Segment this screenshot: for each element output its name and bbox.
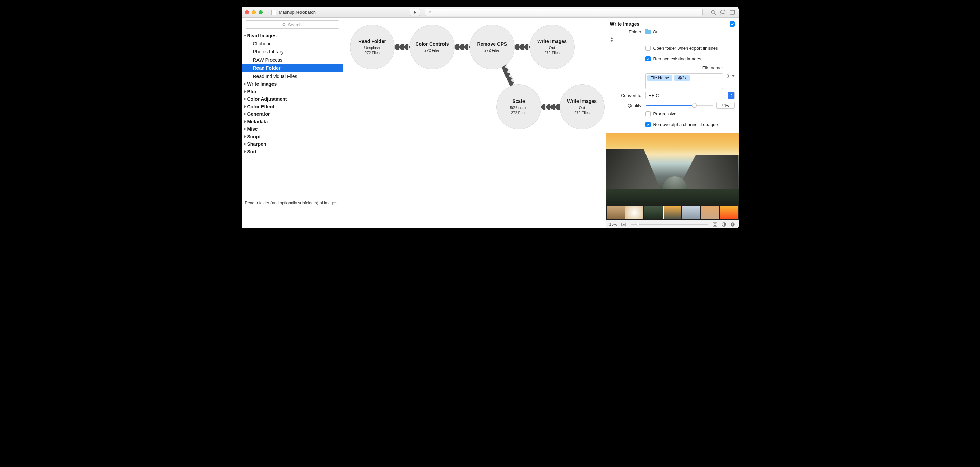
remove-alpha-label: Remove alpha channel if opaque <box>653 122 718 127</box>
quality-label: Quality: <box>627 103 643 108</box>
node-count: 272 Files <box>511 110 526 116</box>
svg-point-9 <box>728 75 729 77</box>
window-controls <box>245 10 262 14</box>
disclosure-triangle-icon <box>244 90 246 93</box>
node-title: Remove GPS <box>477 41 507 47</box>
node-title: Write Images <box>567 98 597 104</box>
quality-value-field[interactable] <box>716 102 735 109</box>
node-write-images-2[interactable]: Write Images Out 272 Files <box>560 84 605 129</box>
group-script[interactable]: Script <box>242 133 343 140</box>
folder-stepper[interactable] <box>610 37 614 43</box>
group-misc[interactable]: Misc <box>242 125 343 133</box>
zoom-percent: 15% <box>609 222 617 227</box>
preview-image[interactable] <box>606 133 739 205</box>
folder-value: Out <box>653 29 660 34</box>
library-item-clipboard[interactable]: Clipboard <box>242 40 343 48</box>
library-item-photos-library[interactable]: Photos Library <box>242 48 343 56</box>
node-count: 272 Files <box>425 48 440 53</box>
zoom-fit-icon[interactable] <box>621 222 627 227</box>
group-label: Write Images <box>247 81 277 87</box>
group-label: Metadata <box>247 119 268 124</box>
inspector-toggle-icon[interactable] <box>729 9 735 15</box>
node-write-images-1[interactable]: Write Images Out 272 Files <box>530 24 575 70</box>
minimize-window-button[interactable] <box>252 10 256 14</box>
node-title: Write Images <box>537 38 567 44</box>
connection[interactable] <box>514 44 530 50</box>
thumbnail[interactable] <box>625 206 643 219</box>
search-input[interactable]: Search <box>245 21 339 29</box>
group-blur[interactable]: Blur <box>242 88 343 95</box>
replace-existing-checkbox[interactable] <box>646 56 651 61</box>
folder-label: Folder: <box>629 29 643 34</box>
thumbnail[interactable] <box>644 206 662 219</box>
connection[interactable] <box>394 44 410 50</box>
progressive-label: Progressive <box>653 111 677 116</box>
node-read-folder[interactable]: Read Folder Unsplash 272 Files <box>350 24 395 70</box>
play-icon <box>413 11 417 14</box>
filename-token[interactable]: File Name <box>647 75 673 81</box>
disclosure-triangle-icon <box>244 150 246 153</box>
library-item-read-folder[interactable]: Read Folder <box>242 64 343 72</box>
zoom-window-button[interactable] <box>259 10 262 14</box>
run-button[interactable] <box>410 8 420 16</box>
group-color-effect[interactable]: Color Effect <box>242 103 343 110</box>
filename-token-menu[interactable] <box>726 73 735 79</box>
quicklook-icon[interactable] <box>710 9 716 15</box>
svg-rect-20 <box>732 223 733 224</box>
folder-popup[interactable]: Out <box>646 29 660 34</box>
path-bar[interactable] <box>425 8 703 16</box>
group-sharpen[interactable]: Sharpen <box>242 140 343 148</box>
close-window-button[interactable] <box>245 10 249 14</box>
group-metadata[interactable]: Metadata <box>242 118 343 125</box>
node-count: 272 Files <box>364 51 380 56</box>
disclosure-triangle-icon <box>244 98 246 100</box>
filename-token-field[interactable]: File Name @2x <box>646 73 723 89</box>
info-icon[interactable] <box>730 222 735 227</box>
chat-icon[interactable] <box>720 9 726 15</box>
filename-label: File name: <box>702 64 723 70</box>
group-write-images[interactable]: Write Images <box>242 80 343 88</box>
node-enabled-checkbox[interactable] <box>730 21 735 27</box>
open-folder-checkbox[interactable] <box>646 46 651 51</box>
search-icon <box>282 22 286 27</box>
library-item-description: Read a folder (and optionally subfolders… <box>242 198 343 228</box>
disclosure-triangle-icon <box>244 128 246 130</box>
inspector-panel: Write Images Folder: Out <box>606 18 739 228</box>
connection[interactable] <box>454 44 471 50</box>
node-remove-gps[interactable]: Remove GPS 272 Files <box>470 24 515 70</box>
thumbnail[interactable] <box>720 206 738 219</box>
thumbnail-strip[interactable] <box>606 205 739 220</box>
thumbnail[interactable] <box>663 206 681 219</box>
remove-alpha-checkbox[interactable] <box>646 122 651 127</box>
quality-slider[interactable] <box>646 105 713 106</box>
thumbnail[interactable] <box>701 206 719 219</box>
group-generator[interactable]: Generator <box>242 110 343 118</box>
node-library[interactable]: Read Images Clipboard Photos Library RAW… <box>242 31 343 198</box>
thumbnail[interactable] <box>607 206 625 219</box>
group-label: Color Adjustment <box>247 96 287 102</box>
svg-line-2 <box>714 13 716 15</box>
convert-format-select[interactable]: HEIC <box>646 92 735 99</box>
progressive-checkbox[interactable] <box>646 111 651 116</box>
filename-token[interactable]: @2x <box>675 75 690 81</box>
connection[interactable] <box>541 104 560 110</box>
disclosure-triangle-icon <box>244 135 246 138</box>
disclosure-triangle-icon <box>244 143 246 145</box>
library-item-raw-process[interactable]: RAW Process <box>242 56 343 64</box>
disclosure-triangle-icon <box>244 113 246 116</box>
node-scale[interactable]: Scale 50% scale 272 Files <box>496 84 541 129</box>
workflow-canvas[interactable]: Read Folder Unsplash 272 Files Color Con… <box>343 18 606 228</box>
stepper-icon <box>610 37 614 42</box>
thumbnail[interactable] <box>682 206 700 219</box>
node-color-controls[interactable]: Color Controls 272 Files <box>410 24 455 70</box>
group-color-adjustment[interactable]: Color Adjustment <box>242 95 343 103</box>
person-icon[interactable] <box>712 222 718 227</box>
group-sort[interactable]: Sort <box>242 148 343 155</box>
node-subtitle: Out <box>579 105 585 110</box>
deer-icon <box>427 10 432 15</box>
group-label: Blur <box>247 89 257 94</box>
zoom-slider[interactable] <box>630 224 708 225</box>
group-read-images[interactable]: Read Images <box>242 32 343 40</box>
contrast-icon[interactable] <box>721 222 727 227</box>
library-item-read-individual-files[interactable]: Read Individual Files <box>242 72 343 80</box>
